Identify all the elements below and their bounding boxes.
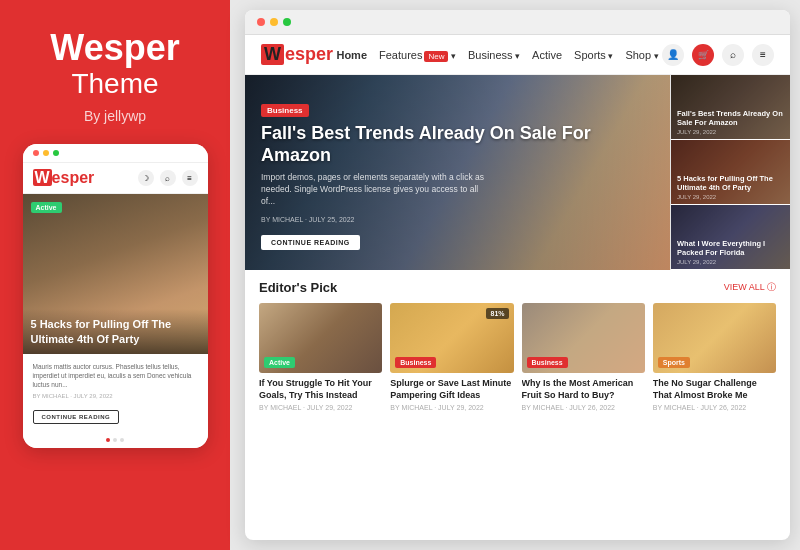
menu-icon: ≡ (182, 170, 198, 186)
sidebar-item-1-title: Fall's Best Trends Already On Sale For A… (677, 109, 784, 127)
hero-meta: BY MICHAEL · JULY 25, 2022 (261, 216, 660, 223)
sidebar-item-2-date: JULY 29, 2022 (677, 194, 784, 200)
mobile-active-badge: Active (31, 202, 62, 213)
mobile-logo-bar: Wesper ☽ ⌕ ≡ (23, 163, 208, 194)
mobile-meta: BY MICHAEL · JULY 29, 2022 (33, 393, 198, 399)
card-3-meta: BY MICHAEL · JULY 26, 2022 (522, 404, 645, 411)
mobile-icons: ☽ ⌕ ≡ (138, 170, 198, 186)
sidebar-item-1-date: JULY 29, 2022 (677, 129, 784, 135)
card-3-image: Business (522, 303, 645, 373)
sidebar-item-2[interactable]: 5 Hacks for Pulling Off The Ultimate 4th… (671, 140, 790, 205)
sidebar-item-2-title: 5 Hacks for Pulling Off The Ultimate 4th… (677, 174, 784, 192)
nav-sports[interactable]: Sports (574, 49, 613, 61)
nav-active[interactable]: Active (532, 49, 562, 61)
mobile-nav-dots (23, 432, 208, 448)
browser-dot-green (283, 18, 291, 26)
nav-features[interactable]: FeaturesNew (379, 49, 456, 61)
mobile-hero-overlay: 5 Hacks for Pulling Off The Ultimate 4th… (23, 309, 208, 354)
brand-by: By jellywp (84, 108, 146, 124)
browser-dot-yellow (270, 18, 278, 26)
browser-nav-icons: 👤 🛒 ⌕ ≡ (662, 44, 774, 66)
card-2-badge: Business (395, 357, 436, 368)
user-icon[interactable]: 👤 (662, 44, 684, 66)
cards-row: Active If You Struggle To Hit Your Goals… (259, 303, 776, 411)
brand-title: Wesper (50, 30, 179, 66)
card-1-title: If You Struggle To Hit Your Goals, Try T… (259, 378, 382, 401)
card-2-meta: BY MICHAEL · JULY 29, 2022 (390, 404, 513, 411)
nav-dot-3 (120, 438, 124, 442)
mobile-mockup: Wesper ☽ ⌕ ≡ Active 5 Hacks for Pulling … (23, 144, 208, 448)
card-1-image: Active (259, 303, 382, 373)
card-2-image: Business 81% (390, 303, 513, 373)
nav-dot-1 (106, 438, 110, 442)
cart-icon[interactable]: 🛒 (692, 44, 714, 66)
browser-dot-red (257, 18, 265, 26)
card-2[interactable]: Business 81% Splurge or Save Last Minute… (390, 303, 513, 411)
card-4[interactable]: Sports The No Sugar Challenge That Almos… (653, 303, 776, 411)
sidebar-item-1-content: Fall's Best Trends Already On Sale For A… (677, 109, 784, 135)
hero-main: Business Fall's Best Trends Already On S… (245, 75, 670, 270)
hero-section: Business Fall's Best Trends Already On S… (245, 75, 790, 270)
mobile-hero-title: 5 Hacks for Pulling Off The Ultimate 4th… (31, 317, 200, 346)
card-4-badge: Sports (658, 357, 690, 368)
card-4-meta: BY MICHAEL · JULY 26, 2022 (653, 404, 776, 411)
browser-panel: Wesper Home FeaturesNew Business Active … (245, 10, 790, 540)
left-panel: Wesper Theme By jellywp Wesper ☽ ⌕ ≡ Act… (0, 0, 230, 550)
nav-shop[interactable]: Shop (625, 49, 658, 61)
hero-title: Fall's Best Trends Already On Sale For A… (261, 123, 660, 166)
sidebar-item-2-content: 5 Hacks for Pulling Off The Ultimate 4th… (677, 174, 784, 200)
hero-tag: Business (261, 104, 309, 117)
menu-icon[interactable]: ≡ (752, 44, 774, 66)
nav-business[interactable]: Business (468, 49, 520, 61)
browser-chrome (245, 10, 790, 35)
editors-pick-title: Editor's Pick (259, 280, 337, 295)
card-3[interactable]: Business Why Is the Most American Fruit … (522, 303, 645, 411)
card-1[interactable]: Active If You Struggle To Hit Your Goals… (259, 303, 382, 411)
browser-navbar: Wesper Home FeaturesNew Business Active … (245, 35, 790, 75)
mobile-dot-yellow (43, 150, 49, 156)
browser-logo: Wesper (261, 44, 333, 65)
card-2-percent: 81% (486, 308, 508, 319)
nav-home[interactable]: Home (336, 49, 367, 61)
card-4-title: The No Sugar Challenge That Almost Broke… (653, 378, 776, 401)
mobile-hero: Active 5 Hacks for Pulling Off The Ultim… (23, 194, 208, 354)
search-icon[interactable]: ⌕ (722, 44, 744, 66)
sidebar-item-3-content: What I Wore Everything I Packed For Flor… (677, 239, 784, 265)
hero-continue-reading-btn[interactable]: CONTINUE READING (261, 235, 360, 250)
mobile-dot-green (53, 150, 59, 156)
card-2-title: Splurge or Save Last Minute Pampering Gi… (390, 378, 513, 401)
search-icon: ⌕ (160, 170, 176, 186)
brand-subtitle: Theme (71, 68, 158, 100)
mobile-excerpt: Mauris mattis auctor cursus. Phasellus t… (33, 362, 198, 389)
card-3-badge: Business (527, 357, 568, 368)
editors-section: Editor's Pick VIEW ALL ⓘ Active If You S… (245, 270, 790, 419)
sidebar-item-1[interactable]: Fall's Best Trends Already On Sale For A… (671, 75, 790, 140)
hero-content: Business Fall's Best Trends Already On S… (261, 99, 660, 250)
sidebar-item-3-date: JULY 29, 2022 (677, 259, 784, 265)
sidebar-item-3-title: What I Wore Everything I Packed For Flor… (677, 239, 784, 257)
mobile-logo: Wesper (33, 169, 95, 187)
card-1-badge: Active (264, 357, 295, 368)
card-4-image: Sports (653, 303, 776, 373)
moon-icon: ☽ (138, 170, 154, 186)
mobile-continue-reading-btn[interactable]: CONTINUE READING (33, 410, 120, 424)
hero-excerpt: Import demos, pages or elements separate… (261, 172, 491, 208)
sidebar-item-3[interactable]: What I Wore Everything I Packed For Flor… (671, 205, 790, 270)
mobile-top-bar (23, 144, 208, 163)
hero-sidebar: Fall's Best Trends Already On Sale For A… (670, 75, 790, 270)
editors-header: Editor's Pick VIEW ALL ⓘ (259, 280, 776, 295)
mobile-content-area: Mauris mattis auctor cursus. Phasellus t… (23, 354, 208, 432)
mobile-dot-red (33, 150, 39, 156)
nav-dot-2 (113, 438, 117, 442)
view-all-btn[interactable]: VIEW ALL ⓘ (724, 281, 776, 294)
nav-links: Home FeaturesNew Business Active Sports … (336, 49, 658, 61)
card-3-title: Why Is the Most American Fruit So Hard t… (522, 378, 645, 401)
card-1-meta: BY MICHAEL · JULY 29, 2022 (259, 404, 382, 411)
